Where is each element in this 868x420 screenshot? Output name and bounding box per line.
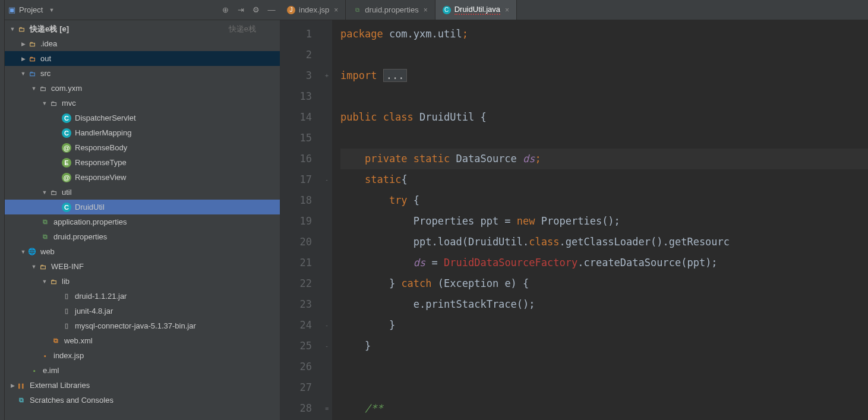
tree-label: com.yxm [51,84,82,93]
tab-druidutil-java[interactable]: C DruidUtil.java × [435,0,517,20]
tree-label: out [40,54,51,63]
close-icon[interactable]: × [505,6,509,14]
close-icon[interactable]: × [334,6,338,14]
project-panel: ▣ Project ▼ ⊕ ⇥ ⚙ — 🗀 快递e栈 [e] 快递e栈 🗀 .i… [5,0,280,420]
tree-item[interactable]: ▯mysql-connector-java-5.1.37-bin.jar [5,318,280,333]
tree-label: mysql-connector-java-5.1.37-bin.jar [75,321,196,330]
tree-label: util [62,188,72,197]
tree-item[interactable]: @ResponseBody [5,140,280,155]
tree-label: junit-4.8.jar [75,307,113,315]
properties-icon: ⧉ [353,6,361,14]
tree-item[interactable]: ⧉ Scratches and Consoles [5,393,280,408]
xml-icon: ⧉ [51,336,61,346]
code-editor[interactable]: 12313141516171819202122232425262728 +---… [280,20,868,420]
project-title[interactable]: ▣ Project ▼ [8,5,220,14]
tab-druid-properties[interactable]: ⧉ druid.properties × [346,0,435,20]
editor-tabs: J index.jsp × ⧉ druid.properties × C Dru… [280,0,868,20]
tree-label: ResponseBody [75,143,127,152]
tree-label: ResponseType [75,158,127,167]
tree-item[interactable]: CHandlerMapping [5,125,280,140]
annotation-icon: @ [62,173,71,182]
jsp-icon: J [287,6,295,14]
tree-item[interactable]: ⧉druid.properties [5,229,280,244]
jar-icon: ▯ [62,321,71,331]
project-tools: ⊕ ⇥ ⚙ — [220,5,276,14]
gear-icon[interactable]: ⚙ [251,5,261,14]
tree-label: WEB-INF [51,262,84,271]
properties-icon: ⧉ [40,232,50,242]
class-icon: C [62,203,71,212]
properties-icon: ⧉ [40,217,50,227]
tree-label: Scratches and Consoles [30,396,113,405]
module-icon: ▪ [30,366,39,375]
tree-item[interactable]: ⧉web.xml [5,333,280,348]
tree-item[interactable]: 🗀 .idea [5,36,280,51]
close-icon[interactable]: × [424,6,428,14]
class-icon: C [62,113,71,123]
tree-hint: 快递e栈 [229,24,280,34]
tree-label: HandlerMapping [75,128,131,137]
tree-item[interactable]: ▪e.iml [5,363,280,378]
tree-item[interactable]: 🗀 com.yxm [5,81,280,96]
tree-item[interactable]: ▯junit-4.8.jar [5,304,280,318]
editor-area: J index.jsp × ⧉ druid.properties × C Dru… [280,0,868,420]
tree-label: External Libraries [30,381,90,390]
tree-item[interactable]: 🌐 web [5,244,280,259]
tree-item[interactable]: 🗀 mvc [5,96,280,110]
fold-gutter[interactable]: +---≡ [321,20,332,420]
tree-root[interactable]: 🗀 快递e栈 [e] 快递e栈 [5,21,280,36]
tree-item[interactable]: EResponseType [5,155,280,170]
tree-label: druid-1.1.21.jar [75,292,127,301]
left-gutter [0,0,5,420]
project-tree: 🗀 快递e栈 [e] 快递e栈 🗀 .idea 🗀 out 🗀 src 🗀 co… [5,20,280,420]
tree-item[interactable]: 🗀 src [5,66,280,81]
folder-icon: 🗀 [38,262,48,271]
tree-label: ResponseView [75,173,126,182]
tree-label: index.jsp [53,351,84,360]
hide-icon[interactable]: — [267,5,276,14]
tree-item[interactable]: ▪index.jsp [5,348,280,363]
project-title-label: Project [19,5,43,14]
class-icon: C [62,128,71,138]
package-icon: 🗀 [49,99,58,108]
class-icon: C [443,6,451,14]
collapse-icon[interactable]: ⇥ [236,5,245,14]
folder-icon: 🗀 [17,24,26,34]
tree-item[interactable]: 🗀 util [5,185,280,200]
tree-item[interactable]: ⫿⫿ External Libraries [5,378,280,393]
folder-icon: 🗀 [27,39,37,49]
tree-item[interactable]: @ResponseView [5,170,280,185]
tree-label: mvc [62,99,76,108]
project-icon: ▣ [8,5,15,14]
web-icon: 🌐 [27,247,37,257]
tree-item[interactable]: ⧉application.properties [5,214,280,229]
jsp-icon: ▪ [40,351,50,361]
tree-label: web [40,247,55,256]
tree-label: lib [62,277,70,286]
tab-label: druid.properties [365,5,418,14]
tree-label: DruidUtil [75,203,105,211]
annotation-icon: @ [62,143,71,153]
folder-icon: 🗀 [27,69,37,78]
line-numbers: 12313141516171819202122232425262728 [280,20,321,420]
jar-icon: ▯ [62,292,71,301]
library-icon: ⫿⫿ [17,381,26,390]
tree-item[interactable]: ▯druid-1.1.21.jar [5,289,280,304]
tree-label: DispatcherServlet [75,113,136,122]
tree-label: web.xml [64,336,93,345]
project-header: ▣ Project ▼ ⊕ ⇥ ⚙ — [5,0,280,20]
folder-icon: 🗀 [27,54,37,64]
code-content[interactable]: package com.yxm.util;import ...public cl… [332,20,868,420]
tree-label: druid.properties [53,232,107,241]
tree-item[interactable]: 🗀 out [5,51,280,66]
tree-label: application.properties [53,217,127,226]
locate-icon[interactable]: ⊕ [220,5,230,14]
tree-item-selected[interactable]: CDruidUtil [5,200,280,214]
chevron-down-icon: ▼ [49,7,54,13]
scratch-icon: ⧉ [17,396,26,405]
tree-item[interactable]: 🗀 WEB-INF [5,259,280,274]
package-icon: 🗀 [38,84,48,93]
tree-item[interactable]: 🗀 lib [5,274,280,289]
tab-index-jsp[interactable]: J index.jsp × [280,0,346,20]
tree-item[interactable]: CDispatcherServlet [5,110,280,125]
